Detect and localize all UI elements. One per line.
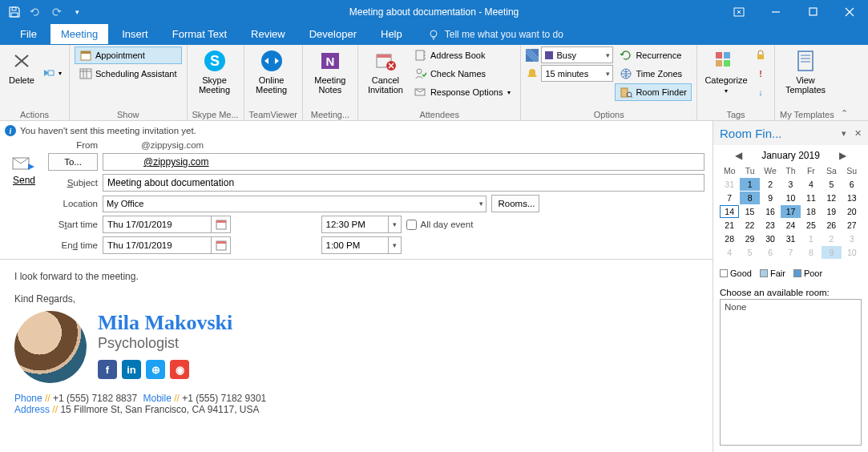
calendar-day[interactable]: 13 (842, 192, 862, 204)
ribbon-collapse-icon[interactable]: ⌃ (839, 45, 850, 120)
reminder-combo[interactable]: 15 minutes (541, 65, 613, 82)
calendar-day[interactable]: 19 (822, 205, 841, 218)
calendar-day[interactable]: 2 (822, 232, 841, 245)
forward-button[interactable]: ▾ (40, 64, 64, 82)
private-button[interactable] (752, 46, 769, 64)
appointment-button[interactable]: Appointment (75, 46, 182, 64)
close-icon[interactable] (831, 0, 868, 23)
location-field[interactable]: My Office (103, 196, 486, 212)
tab-insert[interactable]: Insert (111, 24, 159, 44)
calendar-day[interactable]: 17 (781, 205, 800, 218)
check-names-button[interactable]: Check Names (410, 65, 516, 83)
calendar-day[interactable]: 6 (761, 246, 780, 259)
calendar-day[interactable]: 30 (761, 232, 780, 245)
tab-format-text[interactable]: Format Text (162, 24, 237, 44)
tab-help[interactable]: Help (370, 24, 413, 44)
facebook-icon[interactable]: f (98, 360, 117, 379)
calendar-day[interactable]: 4 (801, 178, 821, 191)
calendar-day[interactable]: 31 (720, 178, 739, 191)
calendar-day[interactable]: 18 (801, 205, 821, 218)
next-month-icon[interactable]: ▶ (834, 150, 851, 161)
calendar-day[interactable]: 8 (801, 246, 821, 259)
calendar-day[interactable]: 3 (842, 232, 862, 245)
meeting-notes-button[interactable]: N Meeting Notes (308, 46, 353, 95)
calendar-day[interactable]: 22 (740, 219, 759, 232)
high-importance-button[interactable]: ! (752, 65, 769, 83)
rooms-button[interactable]: Rooms... (491, 195, 539, 212)
cancel-invitation-button[interactable]: Cancel Invitation (363, 46, 408, 95)
end-date-field[interactable]: Thu 17/01/2019 (103, 236, 231, 254)
calendar-day[interactable]: 3 (781, 178, 800, 191)
end-time-field[interactable]: 1:00 PM▾ (321, 236, 402, 254)
all-day-checkbox[interactable] (406, 220, 417, 230)
calendar-day[interactable]: 21 (720, 219, 739, 232)
room-finder-button[interactable]: Room Finder (615, 83, 692, 101)
calendar-day[interactable]: 4 (720, 246, 739, 259)
save-icon[interactable] (5, 2, 24, 22)
tab-review[interactable]: Review (240, 24, 296, 44)
start-date-field[interactable]: Thu 17/01/2019 (103, 216, 231, 233)
calendar-day[interactable]: 1 (801, 232, 821, 245)
delete-button[interactable]: Delete (5, 46, 38, 85)
linkedin-icon[interactable]: in (122, 360, 141, 379)
calendar-day[interactable]: 10 (842, 246, 862, 259)
pane-close-icon[interactable]: ✕ (854, 128, 862, 139)
calendar-day[interactable]: 14 (720, 205, 739, 218)
calendar-day[interactable]: 7 (781, 246, 800, 259)
tab-developer[interactable]: Developer (299, 24, 367, 44)
minimize-icon[interactable] (757, 0, 794, 23)
message-body[interactable]: I look forward to the meeting. Kind Rega… (0, 259, 713, 452)
redo-icon[interactable] (46, 2, 66, 22)
maximize-icon[interactable] (794, 0, 831, 23)
calendar-day[interactable]: 28 (720, 232, 739, 245)
calendar-day[interactable]: 10 (781, 192, 800, 204)
tell-me-search[interactable]: Tell me what you want to do (427, 28, 563, 41)
calendar-day[interactable]: 15 (740, 205, 759, 218)
tab-file[interactable]: File (10, 24, 47, 44)
to-field[interactable]: @zippysig.com (103, 153, 704, 171)
calendar-day[interactable]: 31 (781, 232, 800, 245)
calendar-day[interactable]: 5 (740, 246, 759, 259)
time-zones-button[interactable]: Time Zones (615, 65, 692, 83)
calendar-day[interactable]: 11 (801, 192, 821, 204)
show-as-combo[interactable]: Busy (541, 46, 613, 63)
subject-field[interactable] (103, 174, 704, 192)
calendar-day[interactable]: 23 (761, 219, 780, 232)
calendar-day[interactable]: 2 (761, 178, 780, 191)
calendar-day[interactable]: 1 (740, 178, 759, 191)
calendar-day[interactable]: 9 (822, 246, 841, 259)
web-icon[interactable]: ⊕ (146, 360, 165, 379)
online-meeting-button[interactable]: Online Meeting (249, 46, 294, 95)
calendar-day[interactable]: 16 (761, 205, 780, 218)
pane-menu-icon[interactable]: ▾ (842, 128, 846, 139)
qat-customize-icon[interactable]: ▾ (67, 2, 87, 22)
scheduling-assistant-button[interactable]: Scheduling Assistant (75, 65, 182, 83)
prev-month-icon[interactable]: ◀ (730, 150, 747, 161)
categorize-button[interactable]: Categorize ▾ (702, 46, 750, 95)
calendar-day[interactable]: 9 (761, 192, 780, 204)
address-book-button[interactable]: Address Book (410, 46, 516, 64)
calendar-icon[interactable] (211, 237, 230, 253)
calendar-day[interactable]: 8 (740, 192, 759, 204)
calendar-day[interactable]: 29 (740, 232, 759, 245)
tab-meeting[interactable]: Meeting (50, 24, 108, 44)
calendar-day[interactable]: 27 (842, 219, 862, 232)
send-button[interactable]: Send (8, 155, 40, 188)
calendar-day[interactable]: 25 (801, 219, 821, 232)
calendar-day[interactable]: 20 (842, 205, 862, 218)
calendar-day[interactable]: 6 (842, 178, 862, 191)
undo-icon[interactable] (26, 2, 45, 22)
calendar-day[interactable]: 7 (720, 192, 739, 204)
calendar-day[interactable]: 12 (822, 192, 841, 204)
calendar-day[interactable]: 24 (781, 219, 800, 232)
calendar-day[interactable]: 5 (822, 178, 841, 191)
skype-meeting-button[interactable]: S Skype Meeting (192, 46, 237, 95)
recurrence-button[interactable]: Recurrence (615, 46, 692, 64)
low-importance-button[interactable]: ↓ (752, 83, 769, 101)
to-button[interactable]: To... (48, 153, 98, 171)
response-options-button[interactable]: Response Options ▾ (410, 83, 516, 101)
calendar-day[interactable]: 26 (822, 219, 841, 232)
ribbon-display-icon[interactable] (721, 0, 757, 23)
calendar-icon[interactable] (211, 216, 230, 232)
start-time-field[interactable]: 12:30 PM▾ (321, 216, 402, 233)
